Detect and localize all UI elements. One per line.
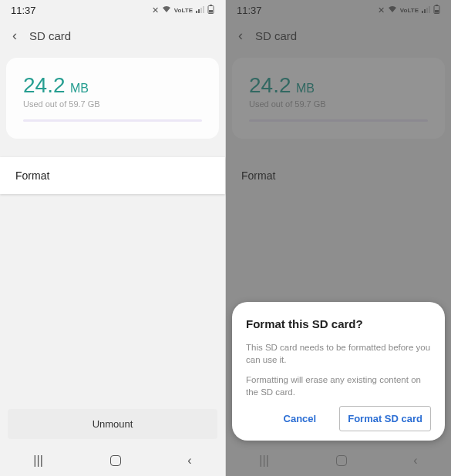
status-icons: ✕ VoLTE [152, 5, 214, 15]
unmount-button[interactable]: Unmount [8, 409, 217, 439]
format-row[interactable]: Format [226, 157, 451, 194]
storage-used-value: 24.2 [23, 73, 66, 97]
status-bar: 11:37 ✕ VoLTE [0, 0, 225, 20]
back-icon[interactable]: ‹ [238, 28, 243, 44]
page-title: SD card [29, 29, 71, 42]
storage-card: 24.2 MB Used out of 59.7 GB [232, 58, 445, 139]
page-title: SD card [255, 29, 297, 42]
svg-rect-9 [426, 8, 428, 13]
storage-used-value: 24.2 [249, 73, 291, 97]
format-dialog: Format this SD card? This SD card needs … [232, 302, 445, 441]
volte-icon: VoLTE [174, 7, 193, 14]
battery-icon [207, 5, 214, 15]
status-time: 11:37 [237, 5, 262, 16]
format-label: Format [241, 169, 275, 182]
nav-bar: ||| ‹ [226, 445, 451, 476]
nav-back-icon[interactable]: ‹ [413, 454, 417, 468]
dialog-title: Format this SD card? [246, 317, 431, 330]
storage-subtext: Used out of 59.7 GB [23, 99, 202, 109]
nav-recents-icon[interactable]: ||| [259, 454, 268, 468]
signal-icon [422, 5, 430, 15]
battery-icon [433, 5, 440, 15]
app-bar: ‹ SD card [0, 20, 225, 55]
nav-bar: ||| ‹ [0, 445, 225, 476]
svg-rect-8 [424, 9, 426, 13]
nav-home-icon[interactable] [336, 455, 347, 466]
wifi-icon [388, 5, 397, 15]
format-sd-label: Format SD card [348, 413, 422, 424]
format-label: Format [15, 169, 49, 182]
svg-rect-13 [435, 10, 439, 13]
back-icon[interactable]: ‹ [12, 28, 17, 44]
svg-rect-6 [209, 10, 213, 13]
svg-rect-7 [422, 11, 423, 13]
format-sd-button[interactable]: Format SD card [339, 406, 431, 431]
dialog-body-2: Formatting will erase any existing conte… [246, 374, 431, 398]
storage-bar [249, 119, 428, 122]
nav-recents-icon[interactable]: ||| [33, 454, 42, 468]
status-bar: 11:37 ✕ VoLTE [226, 0, 451, 20]
nav-back-icon[interactable]: ‹ [187, 454, 191, 468]
format-row[interactable]: Format [0, 157, 225, 194]
wifi-icon [162, 5, 171, 15]
svg-rect-3 [203, 6, 204, 13]
app-bar: ‹ SD card [226, 20, 451, 55]
phone-screen-right: 11:37 ✕ VoLTE ‹ SD card 24.2 [226, 0, 451, 476]
storage-used-unit: MB [296, 82, 315, 95]
svg-rect-10 [429, 6, 430, 13]
svg-rect-2 [200, 8, 202, 13]
svg-rect-0 [196, 11, 197, 13]
storage-card: 24.2 MB Used out of 59.7 GB [6, 58, 219, 139]
phone-screen-left: 11:37 ✕ VoLTE ‹ SD card 24.2 MB Used out… [0, 0, 225, 476]
storage-used-unit: MB [70, 82, 89, 95]
signal-icon [196, 5, 204, 15]
storage-bar [23, 119, 202, 122]
volte-icon: VoLTE [400, 7, 419, 14]
mute-icon: ✕ [378, 5, 385, 15]
unmount-label: Unmount [93, 418, 133, 430]
cancel-label: Cancel [284, 413, 317, 424]
dialog-body-1: This SD card needs to be formatted befor… [246, 341, 431, 366]
nav-home-icon[interactable] [110, 455, 121, 466]
mute-icon: ✕ [152, 5, 159, 15]
dialog-actions: Cancel Format SD card [246, 406, 431, 431]
status-time: 11:37 [11, 5, 36, 16]
storage-subtext: Used out of 59.7 GB [249, 99, 428, 109]
cancel-button[interactable]: Cancel [279, 407, 321, 431]
svg-rect-1 [198, 9, 200, 13]
status-icons: ✕ VoLTE [378, 5, 440, 15]
